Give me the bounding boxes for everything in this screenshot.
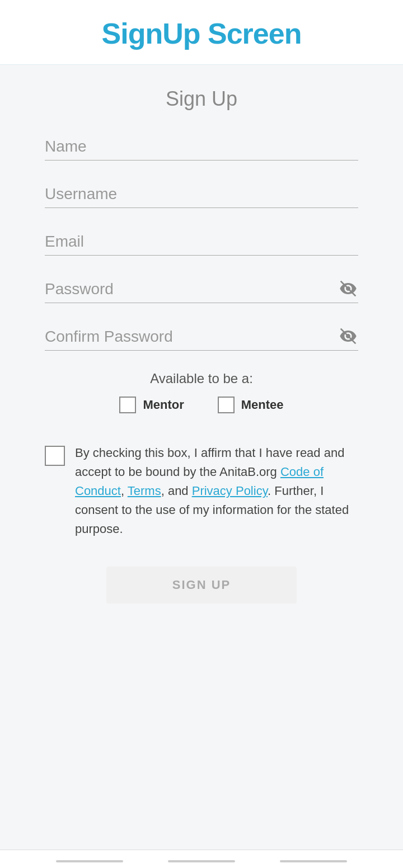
page-header: SignUp Screen bbox=[0, 0, 403, 65]
mentee-checkbox[interactable] bbox=[218, 397, 235, 413]
terms-row: By checking this box, I affirm that I ha… bbox=[45, 444, 358, 539]
terms-text-3: , and bbox=[161, 484, 192, 498]
bottom-bar-indicator-2 bbox=[168, 860, 235, 862]
name-field-group bbox=[45, 133, 358, 161]
password-input[interactable] bbox=[45, 276, 358, 303]
privacy-policy-link[interactable]: Privacy Policy bbox=[192, 484, 268, 498]
password-toggle-icon[interactable] bbox=[338, 279, 358, 299]
available-label: Available to be a: bbox=[45, 371, 358, 386]
page-title: SignUp Screen bbox=[11, 17, 392, 50]
confirm-password-toggle-icon[interactable] bbox=[338, 326, 358, 346]
signup-form: Available to be a: Mentor Mentee By chec… bbox=[45, 133, 358, 603]
confirm-password-field-group bbox=[45, 323, 358, 351]
terms-text-2: , bbox=[121, 484, 128, 498]
bottom-bar-indicator-1 bbox=[56, 860, 123, 862]
mentee-checkbox-item: Mentee bbox=[218, 397, 284, 413]
terms-text: By checking this box, I affirm that I ha… bbox=[75, 444, 358, 539]
terms-checkbox[interactable] bbox=[45, 446, 65, 466]
signup-button[interactable]: SIGN UP bbox=[106, 567, 297, 603]
username-field-group bbox=[45, 181, 358, 208]
form-container: Sign Up bbox=[0, 65, 403, 850]
role-checkboxes: Mentor Mentee bbox=[45, 397, 358, 413]
form-subtitle: Sign Up bbox=[166, 87, 237, 111]
bottom-bar bbox=[0, 850, 403, 868]
title-part2: Screen bbox=[200, 17, 302, 50]
confirm-password-input[interactable] bbox=[45, 323, 358, 351]
mentor-checkbox-item: Mentor bbox=[119, 397, 184, 413]
mentor-checkbox[interactable] bbox=[119, 397, 136, 413]
email-input[interactable] bbox=[45, 228, 358, 256]
name-input[interactable] bbox=[45, 133, 358, 161]
available-section: Available to be a: Mentor Mentee bbox=[45, 371, 358, 430]
email-field-group bbox=[45, 228, 358, 256]
bottom-bar-indicator-3 bbox=[280, 860, 347, 862]
username-input[interactable] bbox=[45, 181, 358, 208]
title-part1: SignUp bbox=[102, 17, 200, 50]
mentor-label: Mentor bbox=[143, 398, 184, 412]
terms-link[interactable]: Terms bbox=[128, 484, 161, 498]
mentee-label: Mentee bbox=[241, 398, 284, 412]
password-field-group bbox=[45, 276, 358, 303]
